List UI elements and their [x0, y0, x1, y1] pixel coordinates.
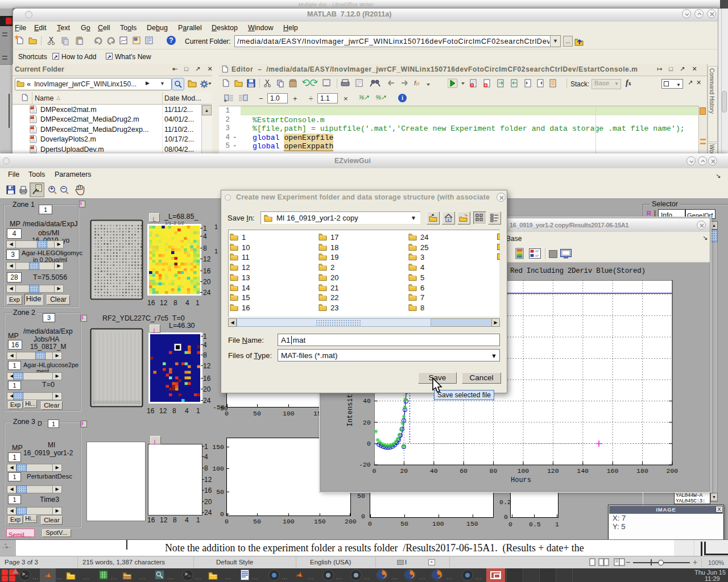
svg-text:%↗: %↗ [359, 94, 370, 101]
svg-text:fO: fO [414, 80, 419, 86]
svg-text:%↗: %↗ [375, 94, 387, 101]
svg-text:+: + [224, 99, 226, 103]
